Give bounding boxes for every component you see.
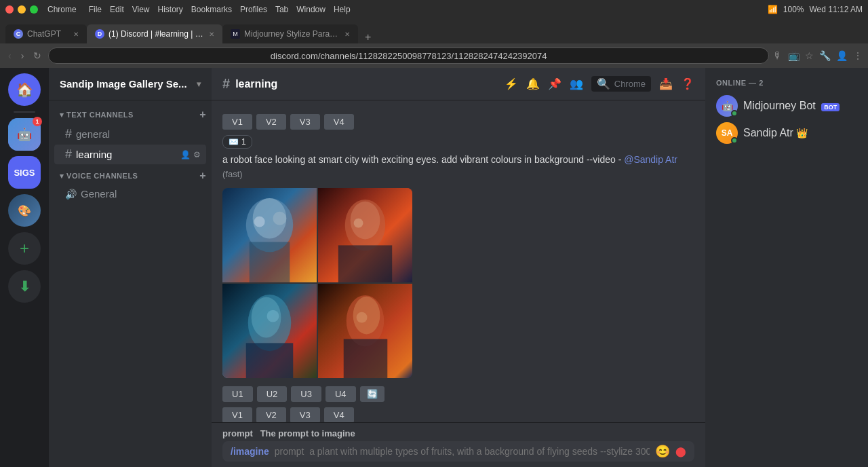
tab-midjourney-close[interactable]: ✕ (344, 31, 350, 38)
message-content: a robot face looking at smart city with … (222, 154, 621, 165)
members-icon[interactable]: 👥 (570, 77, 583, 90)
image-br-svg (318, 284, 412, 378)
server-icon-home[interactable]: 🏠 (8, 73, 41, 106)
text-channels-header[interactable]: ▾ TEXT CHANNELS + (49, 106, 212, 124)
u1-button[interactable]: U1 (222, 386, 253, 402)
tab-chatgpt[interactable]: C ChatGPT ✕ (5, 24, 87, 43)
menu-help[interactable]: Help (334, 5, 351, 14)
cast-icon[interactable]: 📺 (788, 50, 800, 61)
tab-discord[interactable]: D (1) Discord | #learning | Sandi... ✕ (87, 24, 222, 43)
channel-header-name: learning (235, 78, 277, 90)
menu-bookmarks[interactable]: Bookmarks (191, 5, 232, 14)
record-button[interactable]: ⬤ (675, 446, 686, 457)
app-name: Chrome (47, 5, 77, 14)
menu-view[interactable]: View (132, 5, 150, 14)
u2-button[interactable]: U2 (257, 386, 288, 402)
voice-channel-general[interactable]: 🔊 General (54, 185, 206, 202)
menu-window[interactable]: Window (296, 5, 326, 14)
menu-tab[interactable]: Tab (275, 5, 288, 14)
battery-icon: 100% (783, 5, 804, 14)
v2-button[interactable]: V2 (256, 407, 286, 422)
server-name-bar[interactable]: Sandip Image Gallery Se... ▾ (49, 68, 212, 100)
chat-input[interactable] (275, 446, 650, 457)
image-bottom-right[interactable] (318, 284, 412, 378)
midjourney-bot-name-text: Midjourney Bot (743, 100, 816, 111)
image-grid[interactable] (222, 188, 412, 378)
reload-button[interactable]: ↻ (31, 49, 44, 62)
inbox-icon[interactable]: 📥 (659, 77, 673, 90)
tab-midjourney[interactable]: M Midjourney Stylize Parameter ✕ (222, 24, 358, 43)
v2-top-button[interactable]: V2 (256, 114, 286, 130)
header-actions: ⚡ 🔔 📌 👥 🔍 Chrome 📥 ❓ (505, 76, 694, 92)
mic-icon[interactable]: 🎙 (773, 50, 783, 61)
text-channels-collapse-icon: ▾ (60, 111, 64, 119)
image-tl-svg (222, 188, 317, 282)
v3-button[interactable]: V3 (290, 407, 320, 422)
channel-learning[interactable]: # learning 👤 ⚙ (54, 145, 206, 164)
add-voice-channel-button[interactable]: + (199, 170, 206, 182)
image-top-right[interactable] (318, 188, 412, 282)
back-button[interactable]: ‹ (5, 49, 14, 62)
boost-icon[interactable]: ⚡ (505, 77, 518, 90)
extensions-icon[interactable]: 🔧 (819, 50, 831, 61)
v3-top-button[interactable]: V3 (290, 114, 320, 130)
menu-edit[interactable]: Edit (110, 5, 124, 14)
server-sidebar: 🏠 🤖 1 SIGS 🎨 + ⬇ (0, 68, 49, 467)
forward-button[interactable]: › (18, 49, 27, 62)
voice-channels-header[interactable]: ▾ VOICE CHANNELS + (49, 167, 212, 185)
more-icon[interactable]: ⋮ (853, 50, 863, 61)
add-server-button[interactable]: + (8, 232, 41, 265)
menu-file[interactable]: File (89, 5, 102, 14)
minimize-button[interactable] (18, 5, 26, 14)
voice-channels-collapse-icon: ▾ (60, 172, 64, 181)
top-button-row: V1 V2 V3 V4 (212, 111, 705, 132)
server-icon-sigs[interactable]: SIGS (8, 156, 41, 189)
channel-general[interactable]: # general (54, 124, 206, 144)
server-icon-download[interactable]: ⬇ (8, 270, 41, 303)
v1-button[interactable]: V1 (222, 407, 252, 422)
refresh-button[interactable]: 🔄 (360, 386, 384, 402)
tab-chatgpt-close[interactable]: ✕ (73, 31, 79, 38)
midjourney-favicon: M (231, 29, 240, 39)
user-sandip-atr[interactable]: SA Sandip Atr 👑 (716, 119, 857, 147)
u4-button[interactable]: U4 (326, 386, 356, 402)
profile-icon[interactable]: 👤 (836, 50, 848, 61)
svg-rect-14 (246, 343, 294, 378)
u3-button[interactable]: U3 (291, 386, 321, 402)
v4-top-button[interactable]: V4 (324, 114, 354, 130)
tab-discord-close[interactable]: ✕ (209, 31, 214, 38)
image-top-left[interactable] (222, 188, 317, 282)
settings-icon[interactable]: ⚙ (193, 150, 201, 160)
address-input[interactable] (48, 48, 769, 64)
emoji-picker-button[interactable]: 😊 (655, 444, 670, 459)
server-icon-user[interactable]: 🤖 1 (8, 118, 41, 151)
add-channel-button[interactable]: + (199, 109, 206, 121)
menu-history[interactable]: History (158, 5, 183, 14)
prompt-keyword: prompt (222, 428, 253, 438)
svg-rect-3 (250, 242, 290, 282)
search-bar[interactable]: 🔍 Chrome (591, 76, 651, 92)
tab-bar: C ChatGPT ✕ D (1) Discord | #learning | … (0, 19, 868, 43)
v1-top-button[interactable]: V1 (222, 114, 252, 130)
help-icon[interactable]: ❓ (681, 77, 694, 90)
new-tab-button[interactable]: + (361, 31, 375, 43)
top-reaction[interactable]: ✉️ 1 (222, 135, 252, 149)
messages-area[interactable]: V1 V2 V3 V4 ✉️ 1 a robot face looking at… (212, 100, 705, 422)
chat-input-container[interactable]: /imagine 😊 ⬤ (222, 441, 694, 462)
bell-icon[interactable]: 🔔 (526, 77, 540, 90)
v4-button[interactable]: V4 (324, 407, 354, 422)
menu-profiles[interactable]: Profiles (240, 5, 267, 14)
pin-icon[interactable]: 📌 (548, 77, 561, 90)
server-icon-2[interactable]: 🎨 (8, 194, 41, 227)
message-mention[interactable]: @Sandip Atr (624, 154, 677, 165)
maximize-button[interactable] (30, 5, 38, 14)
close-button[interactable] (5, 5, 14, 14)
channel-header: # learning ⚡ 🔔 📌 👥 🔍 Chrome 📥 ❓ (212, 68, 705, 100)
bookmark-icon[interactable]: ☆ (805, 50, 814, 61)
sandip-status (731, 137, 738, 144)
server-name: Sandip Image Gallery Se... (60, 78, 187, 90)
message-fast-tag: (fast) (222, 169, 243, 179)
midjourney-bot-info: Midjourney Bot BOT (743, 100, 857, 112)
user-midjourney-bot[interactable]: 🤖 Midjourney Bot BOT (716, 92, 857, 119)
image-bottom-left[interactable] (222, 284, 317, 378)
